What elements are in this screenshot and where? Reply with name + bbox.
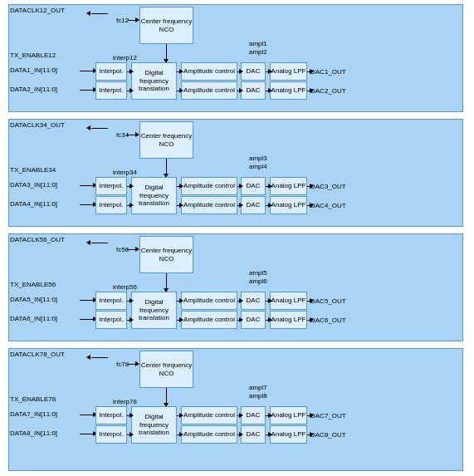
interp56-label: interp56 (113, 283, 137, 291)
dft-block-3: Digital frequency translation (131, 292, 177, 329)
ah-lpf1b-out (310, 88, 314, 93)
interp34-label: interp34 (113, 169, 137, 176)
interp-block-3a: Interpol. (95, 292, 127, 310)
clk-out-2: DATACLK34_OUT (10, 121, 65, 129)
ah-dft-amp3a (179, 298, 183, 303)
ah-i1b-dft (129, 88, 134, 93)
dac7-out: DAC7_OUT (310, 412, 346, 420)
arrow-clk1 (91, 13, 108, 14)
lpf-block-1b: Analog LPF (270, 81, 307, 100)
arrow-clk2 (91, 128, 108, 129)
ampl2-label: ampl2 (249, 48, 267, 56)
data2-1: DATA2_IN[11:0] (10, 86, 57, 93)
dac3-out-1: DAC3_OUT (310, 183, 346, 190)
ah-dac2a-lpf (268, 184, 272, 189)
ah-dft-amp3b (179, 317, 183, 322)
ah-amp1a-dac (239, 69, 243, 74)
ampl3-label: ampl3 (249, 155, 267, 162)
ah-clk4 (86, 355, 90, 360)
data2-3: DATA6_IN[11:0] (10, 315, 57, 322)
amp-block-4a: Amplitude control (181, 406, 237, 424)
data2-4: DATA8_IN[11:0] (10, 429, 57, 437)
ah-dac4b-lpf (268, 432, 272, 437)
lpf-block-3a: Analog LPF (270, 292, 307, 310)
ah-amp2a-dac (239, 184, 243, 189)
ah-dft-amp4b (179, 432, 183, 437)
ah-dft-amp1a (179, 69, 183, 74)
dac5-out: DAC5_OUT (310, 297, 346, 305)
amp-block-2a: Amplitude control (181, 177, 237, 195)
dac-block-1b: DAC (241, 81, 266, 100)
ah-lpf3a-out (310, 298, 314, 303)
lpf-block-4b: Analog LPF (270, 425, 307, 444)
amp-block-4b: Amplitude control (181, 425, 237, 444)
nco-block-1: Center frequency NCO (139, 7, 193, 44)
ah-amp4a-dac (239, 413, 243, 418)
dac-block-2b: DAC (241, 196, 266, 214)
ah-lpf3b-out (310, 317, 314, 322)
arrow-nco2-down (166, 159, 167, 175)
ah-amp3b-dac (239, 317, 243, 322)
interp-block-4a: Interpol. (95, 406, 127, 424)
ah-i4a-dft (129, 413, 134, 418)
interp-block-4b: Interpol. (95, 425, 127, 444)
ampl4-label: ampl4 (249, 163, 267, 170)
ampl5-label: ampl5 (249, 269, 267, 277)
lpf-block-2b: Analog LPF (270, 196, 307, 214)
clk-out-3: DATACLK56_OUT (10, 236, 65, 243)
arrow-nco4-down (166, 388, 167, 405)
ah-dac2b-lpf (268, 203, 272, 208)
ah-amp2b-dac (239, 203, 243, 208)
interp-block-2a: Interpol. (95, 177, 127, 195)
data1-2: DATA3_IN[11:0] (10, 181, 57, 189)
clk-out-1: DATACLK12_OUT (10, 7, 65, 14)
data1-4: DATA7_IN[11:0] (10, 410, 57, 418)
ampl6-label: ampl6 (249, 277, 267, 285)
dac-block-3a: DAC (241, 292, 266, 310)
ah-clk2 (86, 125, 90, 130)
ah-i2b-dft (129, 203, 134, 208)
nco-block-3: Center frequency NCO (139, 236, 193, 273)
ah-dac3b-lpf (268, 317, 272, 322)
ah-dac1b-lpf (268, 88, 272, 93)
ah-clk1 (86, 11, 90, 16)
data1-1: DATA1_IN[11:0] (10, 66, 57, 74)
ah-lpf4b-out (310, 432, 314, 437)
dac-block-1a: DAC (241, 62, 266, 81)
lpf-block-1a: Analog LPF (270, 62, 307, 81)
arrow-nco3-down (166, 273, 167, 290)
amp-block-2b: Amplitude control (181, 196, 237, 214)
dac-block-4a: DAC (241, 406, 266, 424)
ah-dac4a-lpf (268, 413, 272, 418)
ah-lpf1a-out (310, 69, 314, 74)
interp78-label: interp78 (113, 398, 137, 405)
ah-dft-amp1b (179, 88, 183, 93)
interp-block-1b: Interpol. (95, 81, 127, 100)
interp-block-3b: Interpol. (95, 311, 127, 329)
ah-amp4b-dac (239, 432, 243, 437)
ah-clk3 (86, 240, 90, 245)
ah-i2a-dft (129, 184, 134, 189)
dac4-out-1: DAC4_OUT (310, 202, 346, 209)
ampl7-label: ampl7 (249, 384, 267, 391)
tx-enable-1: TX_ENABLE12 (10, 52, 56, 59)
ah-dac1a-lpf (268, 69, 272, 74)
ah-i3a-dft (129, 298, 134, 303)
ah-i1a-dft (129, 69, 134, 74)
dac-block-4b: DAC (241, 425, 266, 444)
ah-i4b-dft (129, 432, 134, 437)
interp-block-2b: Interpol. (95, 196, 127, 214)
ampl8-label: ampl8 (249, 392, 267, 400)
dac-block-3b: DAC (241, 311, 266, 329)
tx-enable-2: TX_ENABLE34 (10, 166, 56, 174)
diagram: DATACLK12_OUT fc12 Center frequency NCO … (0, 0, 474, 476)
data1-3: DATA5_IN[11:0] (10, 296, 57, 303)
data2-2: DATA4_IN[11:0] (10, 200, 57, 208)
arrow-clk3 (91, 243, 108, 243)
ah-dft-amp4a (179, 413, 183, 418)
ah-lpf2b-out (310, 203, 314, 208)
amp-block-3b: Amplitude control (181, 311, 237, 329)
dac2-out-1: DAC2_OUT (310, 87, 346, 95)
dac6-out: DAC6_OUT (310, 317, 346, 324)
ampl1-label: ampl1 (249, 40, 267, 47)
